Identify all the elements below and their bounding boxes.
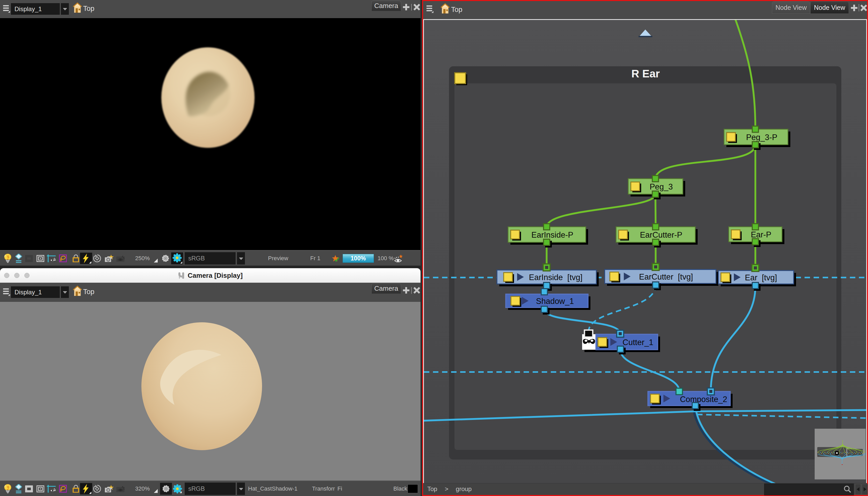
node-view-add-button[interactable] — [851, 5, 857, 11]
cam-bottom-render-flower-icon[interactable] — [173, 484, 182, 493]
cam-bottom-render-gear-icon[interactable] — [160, 483, 172, 495]
cam-bottom-home-icon[interactable] — [72, 285, 82, 296]
port[interactable] — [617, 346, 623, 352]
node-view-home-label[interactable]: Top — [451, 6, 463, 14]
cam-bottom-add-view-button[interactable] — [403, 287, 409, 294]
cam-bottom-zoom-level[interactable]: 320% — [135, 485, 150, 492]
cam-bottom-display-combo[interactable]: Display_1 — [11, 286, 60, 298]
node-peg_3[interactable]: Peg_3 — [628, 175, 685, 199]
cam-bottom-reset-view-icon[interactable] — [93, 485, 101, 493]
cam-bottom-close-view-button[interactable] — [414, 287, 420, 294]
cam-top-layers-icon[interactable] — [15, 254, 22, 263]
cam-top-auto-render-icon[interactable] — [394, 254, 403, 262]
cam-bottom-colorspace-combo[interactable]: sRGB — [184, 482, 236, 495]
port[interactable] — [652, 175, 658, 182]
cam-top-render-status-icon[interactable] — [332, 255, 339, 262]
cam-top-safe-area-icon[interactable] — [36, 255, 44, 262]
port[interactable] — [752, 224, 758, 230]
port[interactable] — [652, 191, 658, 197]
cam-top-light-bulb-icon[interactable] — [4, 254, 12, 263]
port[interactable] — [541, 289, 547, 295]
thumbnail-toggle[interactable] — [511, 230, 520, 239]
cam-top-reset-view-icon[interactable] — [93, 254, 101, 262]
node-view-home-icon[interactable] — [440, 3, 450, 14]
node-search-input[interactable] — [764, 484, 854, 495]
cam-top-render-flower-icon[interactable] — [171, 252, 183, 264]
thumbnail-toggle[interactable] — [619, 230, 627, 239]
node-earcutter_p[interactable]: EarCutter-P — [616, 224, 698, 247]
cam-top-camera-mask-icon[interactable] — [25, 255, 33, 262]
cam-top-display-combo-arrow[interactable] — [61, 3, 69, 15]
backdrop-r-ear[interactable]: R Ear — [449, 66, 841, 460]
node-view-tab-0[interactable]: Node View — [772, 1, 810, 14]
port[interactable] — [541, 306, 547, 312]
node-earinside_p[interactable]: EarInside-P — [508, 224, 588, 247]
thumbnail-toggle[interactable] — [731, 230, 740, 239]
port[interactable] — [544, 239, 550, 245]
cam-bottom-lock-icon[interactable] — [73, 485, 79, 493]
cam-bottom-bg-color-swatch[interactable] — [407, 484, 418, 493]
thumbnail-toggle[interactable] — [721, 273, 730, 282]
thumbnail-toggle[interactable] — [631, 182, 640, 191]
cam-bottom-viewport[interactable] — [0, 302, 420, 480]
node-view-close-button[interactable] — [861, 5, 867, 11]
cam-top-zoom-level[interactable]: 250% — [135, 255, 150, 262]
cam-top-render-gear-icon[interactable] — [161, 254, 170, 263]
port[interactable] — [653, 239, 659, 245]
cam-bottom-light-bulb-icon[interactable] — [4, 484, 12, 493]
nav-forward-button[interactable] — [862, 484, 868, 495]
port[interactable] — [752, 142, 758, 148]
cam-top-zoom-corner-icon[interactable] — [154, 259, 158, 263]
cam-top-home-label[interactable]: Top — [83, 5, 94, 13]
port[interactable] — [653, 282, 659, 288]
cam-top-tab-camera[interactable]: Camera — [371, 1, 401, 11]
cam-top-instant-render-icon[interactable] — [80, 253, 92, 264]
breadcrumb-current[interactable]: group — [456, 485, 471, 492]
port[interactable] — [752, 239, 758, 245]
node-view-menu-icon[interactable] — [427, 5, 434, 13]
backdrop-thumbnail-toggle[interactable] — [455, 73, 466, 83]
cam-bottom-snapshot-icon[interactable] — [104, 485, 114, 493]
minimap[interactable] — [815, 429, 866, 479]
cam-bottom-safe-area-icon[interactable] — [36, 485, 44, 492]
node-ear_p[interactable]: Ear-P — [729, 224, 784, 247]
port[interactable] — [653, 224, 659, 230]
cam-bottom-display-combo-arrow[interactable] — [61, 286, 69, 298]
cam-top-home-icon[interactable] — [72, 2, 82, 13]
cam-bottom-menu-icon[interactable] — [3, 288, 10, 296]
port[interactable] — [544, 282, 550, 289]
thumbnail-toggle[interactable] — [598, 338, 607, 346]
group-input-waypoint[interactable] — [639, 30, 652, 36]
thumbnail-toggle[interactable] — [610, 272, 619, 281]
cam-top-grid-visibility-icon[interactable] — [47, 254, 56, 262]
cam-top-close-view-button[interactable] — [414, 4, 420, 10]
cam-bottom-lasso-icon[interactable] — [59, 485, 67, 493]
node-composite_2[interactable]: Composite_2 — [648, 388, 732, 411]
cam-top-preview-eye-icon[interactable] — [116, 254, 125, 262]
port[interactable] — [692, 403, 698, 409]
matte-port[interactable] — [585, 330, 593, 337]
cam-bottom-tab-camera[interactable]: Camera — [371, 283, 401, 294]
cam-top-viewport[interactable] — [0, 18, 420, 250]
node-peg_3_p[interactable]: Peg_3-P — [724, 126, 790, 150]
cam-bottom-zoom-corner-icon[interactable] — [154, 489, 158, 493]
cam-bottom-preview-eye-icon[interactable] — [116, 485, 125, 493]
cam-bottom-instant-render-icon[interactable] — [80, 483, 92, 494]
cam-top-menu-icon[interactable] — [3, 5, 10, 13]
cam-bottom-camera-mask-icon[interactable] — [25, 485, 33, 492]
cam-bottom-home-label[interactable]: Top — [83, 288, 94, 296]
cam-bottom-grid-visibility-icon[interactable] — [47, 485, 56, 493]
cam-top-lasso-icon[interactable] — [59, 254, 67, 262]
port[interactable] — [544, 224, 550, 230]
thumbnail-toggle[interactable] — [511, 296, 520, 305]
thumbnail-toggle[interactable] — [503, 273, 512, 281]
cam-top-snapshot-icon[interactable] — [104, 255, 114, 262]
camera-window-titlebar[interactable]: Camera [Display] — [0, 268, 420, 283]
thumbnail-toggle[interactable] — [727, 133, 735, 141]
port[interactable] — [676, 388, 683, 395]
node-view-canvas[interactable]: R EarPeg_3-PPeg_3EarInside-PEarCutter-PE… — [424, 20, 866, 483]
thumbnail-toggle[interactable] — [650, 394, 659, 403]
port[interactable] — [752, 126, 758, 132]
cam-top-colorspace-arrow[interactable] — [237, 252, 245, 265]
breadcrumb-root[interactable]: Top — [427, 485, 437, 492]
